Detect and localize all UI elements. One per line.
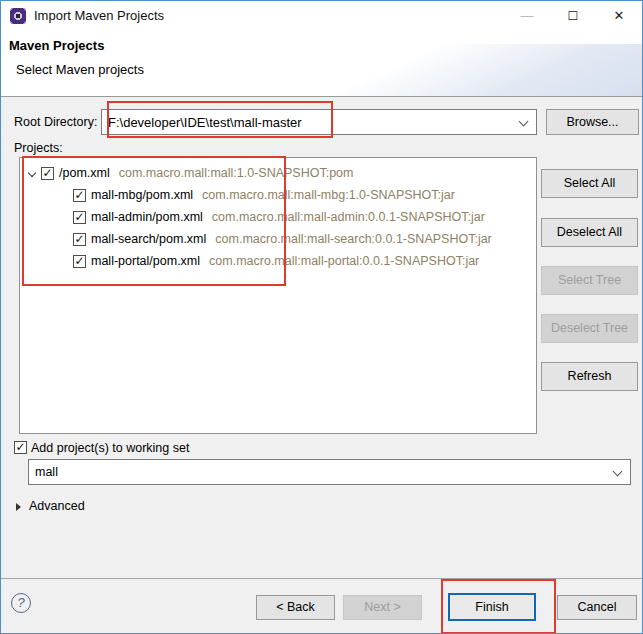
tree-row[interactable]: /pom.xmlcom.macro.mall:mall:1.0-SNAPSHOT… xyxy=(20,164,536,186)
deselect-tree-button: Deselect Tree xyxy=(541,314,638,343)
help-icon[interactable]: ? xyxy=(11,593,31,613)
tree-row[interactable]: mall-mbg/pom.xmlcom.macro.mall:mall-mbg:… xyxy=(20,186,536,208)
checkbox-checked-icon[interactable] xyxy=(73,211,86,224)
tree-item-label: mall-portal/pom.xmlcom.macro.mall:mall-p… xyxy=(91,254,479,268)
banner-gradient xyxy=(212,44,642,96)
tree-row[interactable]: mall-search/pom.xmlcom.macro.mall:mall-s… xyxy=(20,230,536,252)
next-button: Next > xyxy=(343,595,422,620)
checkbox-checked-icon[interactable] xyxy=(73,233,86,246)
root-directory-value: F:\developer\IDE\test\mall-master xyxy=(108,115,302,130)
maven-coordinates: com.macro.mall:mall:1.0-SNAPSHOT:pom xyxy=(119,166,354,180)
tree-item-label: mall-mbg/pom.xmlcom.macro.mall:mall-mbg:… xyxy=(91,188,455,202)
banner-separator xyxy=(1,96,642,97)
maven-app-icon xyxy=(10,8,26,24)
maven-coordinates: com.macro.mall:mall-portal:0.0.1-SNAPSHO… xyxy=(209,254,479,268)
refresh-button[interactable]: Refresh xyxy=(541,362,638,391)
cancel-button[interactable]: Cancel xyxy=(557,595,637,620)
footer-separator xyxy=(1,578,642,579)
tree-item-label: /pom.xmlcom.macro.mall:mall:1.0-SNAPSHOT… xyxy=(59,166,353,180)
root-directory-label: Root Directory: xyxy=(14,115,97,129)
wizard-banner: Maven Projects Select Maven projects xyxy=(1,31,642,96)
window-title: Import Maven Projects xyxy=(34,8,164,23)
finish-button[interactable]: Finish xyxy=(448,593,536,621)
import-maven-projects-dialog: Import Maven Projects — ☐ ✕ Maven Projec… xyxy=(0,0,643,634)
checkbox-checked-icon[interactable] xyxy=(73,189,86,202)
chevron-down-icon[interactable] xyxy=(613,467,623,477)
tree-item-label: mall-search/pom.xmlcom.macro.mall:mall-s… xyxy=(91,232,492,246)
close-button[interactable]: ✕ xyxy=(596,1,642,31)
back-button[interactable]: < Back xyxy=(256,595,335,620)
checkbox-checked-icon[interactable] xyxy=(73,255,86,268)
maven-coordinates: com.macro.mall:mall-mbg:1.0-SNAPSHOT:jar xyxy=(202,188,455,202)
minimize-button[interactable]: — xyxy=(504,1,550,31)
working-set-value: mall xyxy=(35,465,58,479)
advanced-expand-triangle-icon[interactable] xyxy=(16,503,21,511)
page-subtitle: Select Maven projects xyxy=(16,62,144,77)
browse-button[interactable]: Browse... xyxy=(546,109,639,135)
page-title: Maven Projects xyxy=(9,38,104,53)
checkbox-checked-icon[interactable] xyxy=(41,167,54,180)
maven-coordinates: com.macro.mall:mall-search:0.0.1-SNAPSHO… xyxy=(215,232,491,246)
working-set-checkbox[interactable] xyxy=(14,441,27,454)
working-set-combo[interactable]: mall xyxy=(28,459,631,485)
select-tree-button: Select Tree xyxy=(541,266,638,295)
maven-coordinates: com.macro.mall:mall-admin:0.0.1-SNAPSHOT… xyxy=(212,210,485,224)
deselect-all-button[interactable]: Deselect All xyxy=(541,218,638,247)
root-directory-combo[interactable]: F:\developer\IDE\test\mall-master xyxy=(101,109,537,135)
advanced-toggle[interactable]: Advanced xyxy=(29,499,85,513)
maximize-button[interactable]: ☐ xyxy=(550,1,596,31)
tree-row[interactable]: mall-portal/pom.xmlcom.macro.mall:mall-p… xyxy=(20,252,536,274)
projects-label: Projects: xyxy=(14,141,63,155)
working-set-label: Add project(s) to working set xyxy=(31,441,189,455)
title-bar: Import Maven Projects — ☐ ✕ xyxy=(1,1,642,31)
select-all-button[interactable]: Select All xyxy=(541,169,638,198)
tree-row[interactable]: mall-admin/pom.xmlcom.macro.mall:mall-ad… xyxy=(20,208,536,230)
expand-chevron-icon[interactable] xyxy=(28,169,36,177)
projects-tree[interactable]: /pom.xmlcom.macro.mall:mall:1.0-SNAPSHOT… xyxy=(19,157,537,434)
chevron-down-icon[interactable] xyxy=(519,117,529,127)
tree-item-label: mall-admin/pom.xmlcom.macro.mall:mall-ad… xyxy=(91,210,485,224)
